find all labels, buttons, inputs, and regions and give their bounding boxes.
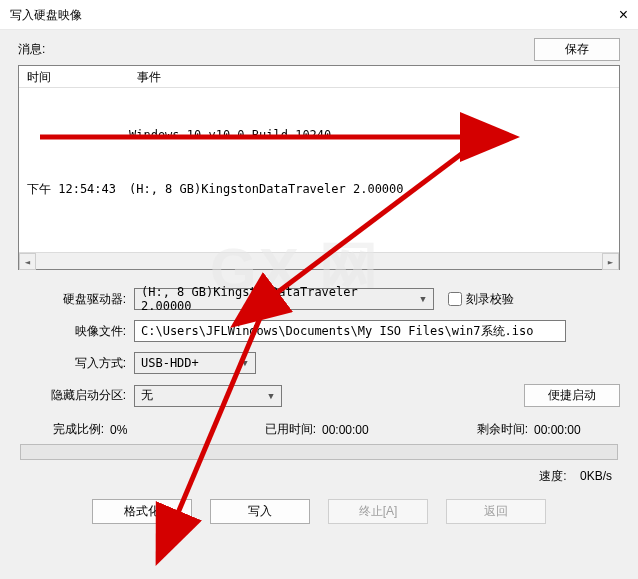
elapsed-label: 已用时间:: [230, 421, 322, 438]
log-row: 下午 12:54:43 (H:, 8 GB)KingstonDataTravel…: [27, 180, 611, 198]
write-button[interactable]: 写入: [210, 499, 310, 524]
write-mode-select[interactable]: USB-HDD+ ▼: [134, 352, 256, 374]
hidden-boot-label: 隐藏启动分区:: [18, 387, 134, 404]
image-file-label: 映像文件:: [18, 323, 134, 340]
image-file-field[interactable]: [134, 320, 566, 342]
col-time-header: 时间: [19, 66, 129, 87]
info-label: 消息:: [18, 41, 45, 58]
remain-label: 剩余时间:: [442, 421, 534, 438]
scroll-right-icon[interactable]: ►: [602, 253, 619, 270]
abort-button[interactable]: 终止[A]: [328, 499, 428, 524]
save-button[interactable]: 保存: [534, 38, 620, 61]
back-button[interactable]: 返回: [446, 499, 546, 524]
speed-label: 速度:: [539, 469, 566, 483]
done-value: 0%: [110, 423, 230, 437]
quick-boot-button[interactable]: 便捷启动: [524, 384, 620, 407]
burn-verify-checkbox[interactable]: 刻录校验: [444, 289, 514, 309]
write-mode-label: 写入方式:: [18, 355, 134, 372]
chevron-down-icon: ▼: [413, 289, 433, 309]
format-button[interactable]: 格式化: [92, 499, 192, 524]
drive-label: 硬盘驱动器:: [18, 291, 134, 308]
progress-bar: [20, 444, 618, 460]
close-icon[interactable]: ×: [588, 0, 628, 30]
message-log: 时间 事件 Windows 10 v10.0 Build 10240 下午 12…: [18, 65, 620, 270]
window-title: 写入硬盘映像: [10, 0, 82, 30]
done-label: 完成比例:: [18, 421, 110, 438]
drive-select[interactable]: (H:, 8 GB)KingstonDataTraveler 2.00000 ▼: [134, 288, 434, 310]
log-row: Windows 10 v10.0 Build 10240: [27, 126, 611, 144]
scroll-left-icon[interactable]: ◄: [19, 253, 36, 270]
remain-value: 00:00:00: [534, 423, 581, 437]
chevron-down-icon: ▼: [261, 386, 281, 406]
elapsed-value: 00:00:00: [322, 423, 442, 437]
h-scrollbar[interactable]: ◄ ►: [19, 252, 619, 269]
col-event-header: 事件: [129, 66, 169, 87]
speed-value: 0KB/s: [580, 469, 612, 483]
hidden-boot-select[interactable]: 无 ▼: [134, 385, 282, 407]
chevron-down-icon: ▼: [235, 353, 255, 373]
